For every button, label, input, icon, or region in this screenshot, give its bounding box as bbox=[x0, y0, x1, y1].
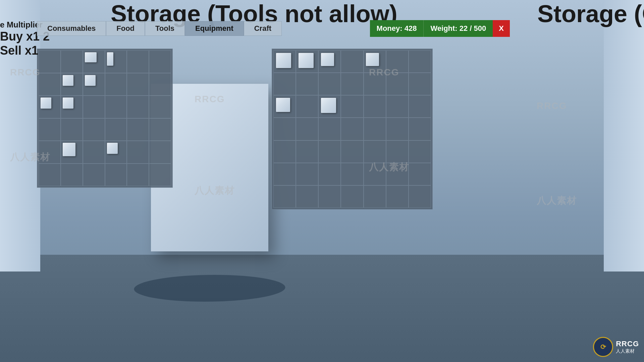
right-grid-cell[interactable] bbox=[273, 185, 296, 208]
right-grid-cell[interactable] bbox=[341, 73, 363, 95]
inventory-item[interactable] bbox=[321, 98, 336, 113]
right-grid-cell[interactable] bbox=[364, 185, 386, 208]
left-grid-cell[interactable] bbox=[149, 118, 171, 141]
inventory-item[interactable] bbox=[63, 98, 73, 109]
right-grid-cell[interactable] bbox=[341, 163, 363, 185]
right-grid-cell[interactable] bbox=[318, 163, 341, 185]
left-grid-cell[interactable] bbox=[149, 141, 171, 164]
left-grid-cell[interactable] bbox=[127, 96, 149, 118]
right-grid-cell[interactable] bbox=[409, 185, 431, 208]
left-grid-cell[interactable] bbox=[149, 164, 171, 186]
right-grid-cell[interactable] bbox=[296, 95, 318, 118]
left-grid-cell[interactable] bbox=[61, 50, 83, 73]
right-grid-cell[interactable] bbox=[341, 140, 363, 163]
right-grid-cell[interactable] bbox=[273, 163, 296, 185]
right-grid-cell[interactable] bbox=[273, 95, 296, 118]
left-grid-cell[interactable] bbox=[83, 141, 105, 164]
right-grid-cell[interactable] bbox=[318, 118, 341, 140]
left-grid-cell[interactable] bbox=[61, 164, 83, 186]
left-grid-cell[interactable] bbox=[105, 141, 127, 164]
right-grid-cell[interactable] bbox=[386, 140, 409, 163]
inventory-item[interactable] bbox=[276, 98, 290, 112]
inventory-item[interactable] bbox=[366, 53, 379, 66]
inventory-item[interactable] bbox=[85, 52, 97, 62]
right-grid-cell[interactable] bbox=[386, 118, 409, 140]
right-grid-cell[interactable] bbox=[318, 50, 341, 73]
right-grid-cell[interactable] bbox=[364, 163, 386, 185]
right-grid-cell[interactable] bbox=[409, 163, 431, 185]
left-grid-cell[interactable] bbox=[61, 73, 83, 96]
right-grid-cell[interactable] bbox=[318, 140, 341, 163]
right-grid-cell[interactable] bbox=[364, 50, 386, 73]
left-grid-cell[interactable] bbox=[127, 50, 149, 73]
right-grid-cell[interactable] bbox=[386, 50, 409, 73]
right-grid-cell[interactable] bbox=[409, 140, 431, 163]
right-grid-cell[interactable] bbox=[341, 95, 363, 118]
inventory-item[interactable] bbox=[63, 75, 73, 86]
left-grid-cell[interactable] bbox=[127, 118, 149, 141]
left-grid-cell[interactable] bbox=[127, 141, 149, 164]
right-grid-cell[interactable] bbox=[318, 185, 341, 208]
right-grid-cell[interactable] bbox=[364, 118, 386, 140]
inventory-item[interactable] bbox=[299, 53, 314, 68]
right-grid-cell[interactable] bbox=[409, 118, 431, 140]
right-grid-cell[interactable] bbox=[273, 50, 296, 73]
left-grid-cell[interactable] bbox=[39, 96, 61, 118]
right-grid-cell[interactable] bbox=[386, 95, 409, 118]
left-grid-cell[interactable] bbox=[83, 118, 105, 141]
inventory-item[interactable] bbox=[321, 53, 334, 66]
left-grid-cell[interactable] bbox=[83, 164, 105, 186]
right-grid-cell[interactable] bbox=[409, 50, 431, 73]
right-grid-cell[interactable] bbox=[273, 73, 296, 95]
right-grid-cell[interactable] bbox=[364, 140, 386, 163]
left-grid-cell[interactable] bbox=[105, 50, 127, 73]
left-grid-cell[interactable] bbox=[105, 96, 127, 118]
left-grid-cell[interactable] bbox=[149, 73, 171, 96]
tab-craft[interactable]: Craft bbox=[244, 21, 282, 36]
left-grid-cell[interactable] bbox=[83, 50, 105, 73]
inventory-item[interactable] bbox=[276, 53, 291, 68]
right-grid-cell[interactable] bbox=[296, 50, 318, 73]
right-grid-cell[interactable] bbox=[364, 95, 386, 118]
left-grid-cell[interactable] bbox=[105, 73, 127, 96]
right-grid-cell[interactable] bbox=[341, 118, 363, 140]
right-grid-cell[interactable] bbox=[364, 73, 386, 95]
left-grid-cell[interactable] bbox=[39, 164, 61, 186]
right-grid-cell[interactable] bbox=[318, 73, 341, 95]
left-grid-cell[interactable] bbox=[61, 118, 83, 141]
tab-consumables[interactable]: Consumables bbox=[37, 21, 106, 36]
inventory-item[interactable] bbox=[85, 75, 96, 86]
right-grid-cell[interactable] bbox=[296, 140, 318, 163]
close-button[interactable]: X bbox=[493, 20, 510, 37]
right-grid-cell[interactable] bbox=[273, 118, 296, 140]
left-grid-cell[interactable] bbox=[149, 96, 171, 118]
right-grid-cell[interactable] bbox=[296, 185, 318, 208]
right-grid-cell[interactable] bbox=[409, 73, 431, 95]
right-grid-cell[interactable] bbox=[386, 73, 409, 95]
inventory-item[interactable] bbox=[107, 143, 118, 154]
left-grid-cell[interactable] bbox=[149, 50, 171, 73]
inventory-item[interactable] bbox=[41, 98, 51, 109]
right-grid-cell[interactable] bbox=[386, 163, 409, 185]
left-grid-cell[interactable] bbox=[83, 73, 105, 96]
right-grid-cell[interactable] bbox=[409, 95, 431, 118]
left-grid-cell[interactable] bbox=[105, 164, 127, 186]
tab-equipment[interactable]: Equipment bbox=[185, 21, 244, 36]
left-grid-cell[interactable] bbox=[105, 118, 127, 141]
tab-tools[interactable]: Tools bbox=[145, 21, 185, 36]
right-grid-cell[interactable] bbox=[296, 118, 318, 140]
right-grid-cell[interactable] bbox=[296, 73, 318, 95]
right-grid-cell[interactable] bbox=[386, 185, 409, 208]
tab-food[interactable]: Food bbox=[106, 21, 145, 36]
left-grid-cell[interactable] bbox=[61, 96, 83, 118]
left-grid-cell[interactable] bbox=[127, 164, 149, 186]
left-grid-cell[interactable] bbox=[61, 141, 83, 164]
left-grid-cell[interactable] bbox=[127, 73, 149, 96]
left-grid-cell[interactable] bbox=[83, 96, 105, 118]
left-grid-cell[interactable] bbox=[39, 73, 61, 96]
inventory-item[interactable] bbox=[63, 143, 75, 156]
inventory-item[interactable] bbox=[107, 52, 113, 65]
right-grid-cell[interactable] bbox=[341, 185, 363, 208]
left-grid-cell[interactable] bbox=[39, 141, 61, 164]
left-grid-cell[interactable] bbox=[39, 118, 61, 141]
